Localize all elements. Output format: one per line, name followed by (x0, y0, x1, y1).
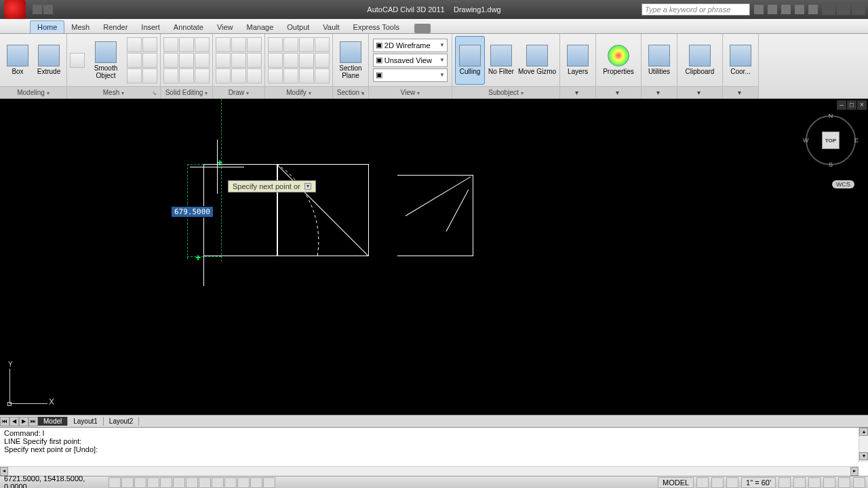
panel-title-subobject[interactable]: Subobject (452, 86, 559, 98)
cmd-hscrollbar[interactable]: ◂ ▸ (0, 466, 859, 476)
grid-toggle[interactable] (121, 477, 134, 488)
viewcube[interactable]: TOP N S E W (806, 115, 856, 165)
mesh-btn[interactable] (127, 37, 142, 52)
array-button[interactable] (299, 68, 314, 83)
qat-save-icon[interactable] (33, 5, 42, 14)
move-gizmo-button[interactable]: Move Gizmo (517, 36, 557, 85)
layout-next-icon[interactable]: ▶ (19, 417, 28, 426)
solid-btn[interactable] (163, 53, 178, 68)
solid-btn[interactable] (163, 68, 178, 83)
layout-last-icon[interactable]: ⏭ (28, 417, 38, 426)
panel-title-view[interactable]: View (369, 86, 452, 98)
quickview-drawings[interactable] (711, 477, 724, 488)
compass-n[interactable]: N (829, 113, 833, 119)
vp-minimize-icon[interactable]: – (837, 100, 846, 110)
modify-btn[interactable] (315, 53, 330, 68)
annotation-scale[interactable]: 1" = 60' (741, 477, 776, 488)
command-window[interactable]: Command: l LINE Specify first point: Spe… (0, 427, 868, 476)
dyn-toggle[interactable] (212, 477, 224, 488)
tooltip-options-icon[interactable]: ▾ (304, 183, 311, 190)
stretch-button[interactable] (268, 68, 283, 83)
line-button[interactable] (216, 37, 231, 52)
mesh-btn[interactable] (142, 68, 157, 83)
mesh-btn[interactable] (127, 68, 142, 83)
layout-prev-icon[interactable]: ◀ (9, 417, 19, 426)
solid-btn[interactable] (195, 53, 210, 68)
visual-style-dropdown[interactable]: ▣ 2D Wireframe ▼ (373, 39, 448, 52)
layout-tab-layout1[interactable]: Layout1 (68, 417, 104, 426)
close-button[interactable] (852, 4, 865, 15)
tab-annotate[interactable]: Annotate (167, 21, 210, 33)
cursor-coordinates[interactable]: 6721.5000, 15418.5000, 0.0000 (0, 474, 108, 489)
tab-render[interactable]: Render (96, 21, 134, 33)
panel-drop-layers[interactable]: ▾ (560, 86, 595, 98)
mesh-tool-1[interactable] (70, 53, 85, 68)
culling-button[interactable]: Culling (455, 36, 485, 85)
clipboard-button[interactable]: Clipboard (680, 36, 719, 85)
panel-drop-clip[interactable]: ▾ (677, 86, 722, 98)
draw-btn[interactable] (247, 53, 262, 68)
lwt-toggle[interactable] (224, 477, 237, 488)
tab-vault[interactable]: Vault (316, 21, 346, 33)
clean-screen-icon[interactable] (853, 477, 865, 488)
favorite-icon[interactable] (795, 5, 804, 14)
panel-title-modify[interactable]: Modify (265, 86, 332, 98)
layout-first-icon[interactable]: ⏮ (0, 417, 9, 426)
annoscale-lock-icon[interactable] (726, 477, 738, 488)
no-filter-button[interactable]: No Filter (486, 36, 516, 85)
solid-btn[interactable] (163, 37, 178, 52)
move-button[interactable] (268, 37, 283, 52)
wcs-badge[interactable]: WCS (832, 180, 854, 188)
exchange-icon[interactable] (781, 5, 791, 14)
panel-title-modeling[interactable]: Modeling (0, 86, 66, 98)
dynamic-distance-input[interactable]: 679.5000 (171, 206, 214, 218)
scale-button[interactable] (283, 68, 298, 83)
tab-insert[interactable]: Insert (134, 21, 167, 33)
tab-mesh[interactable]: Mesh (64, 21, 96, 33)
scroll-track[interactable] (8, 467, 850, 476)
solid-btn[interactable] (195, 37, 210, 52)
modify-btn[interactable] (315, 37, 330, 52)
isolate-objects-icon[interactable] (838, 477, 850, 488)
toolbar-lock-icon[interactable] (808, 477, 821, 488)
mesh-btn[interactable] (142, 53, 157, 68)
search-icon[interactable] (754, 5, 764, 14)
box-button[interactable]: Box (3, 36, 33, 85)
compass-e[interactable]: E (854, 137, 859, 144)
fillet-button[interactable] (299, 53, 314, 68)
solid-btn[interactable] (179, 37, 194, 52)
mesh-btn[interactable] (142, 37, 157, 52)
layers-button[interactable]: Layers (563, 36, 593, 85)
hardware-accel-icon[interactable] (823, 477, 835, 488)
draw-btn[interactable] (247, 68, 262, 83)
mirror-button[interactable] (283, 53, 298, 68)
tab-output[interactable]: Output (280, 21, 316, 33)
tab-home[interactable]: Home (30, 20, 64, 33)
tab-manage[interactable]: Manage (240, 21, 281, 33)
panel-drop-util[interactable]: ▾ (642, 86, 677, 98)
maximize-button[interactable] (837, 4, 850, 15)
mesh-btn[interactable] (127, 53, 142, 68)
tab-view[interactable]: View (210, 21, 240, 33)
utilities-button[interactable]: Utilities (644, 36, 674, 85)
scroll-down-icon[interactable]: ▾ (859, 452, 868, 460)
circle-button[interactable] (216, 53, 231, 68)
help-icon[interactable] (808, 5, 818, 14)
section-plane-button[interactable]: Section Plane (336, 36, 366, 85)
panel-title-solid[interactable]: Solid Editing (161, 86, 212, 98)
panel-drop-coor[interactable]: ▾ (723, 86, 758, 98)
trim-button[interactable] (299, 37, 314, 52)
coordinates-button[interactable]: Coor... (726, 36, 755, 85)
view-manager-dropdown[interactable]: ▣ ▼ (373, 68, 448, 82)
scroll-up-icon[interactable]: ▴ (859, 428, 868, 436)
minimize-button[interactable] (822, 4, 835, 15)
smooth-object-button[interactable]: Smooth Object (86, 36, 125, 85)
compass-s[interactable]: S (829, 161, 833, 168)
layout-tab-model[interactable]: Model (38, 417, 68, 426)
infocenter-search[interactable]: Type a keyword or phrase (642, 3, 750, 16)
draw-btn[interactable] (216, 68, 231, 83)
vp-close-icon[interactable]: × (857, 100, 867, 110)
quickview-layouts[interactable] (696, 477, 709, 488)
extrude-button[interactable]: Extrude (34, 36, 64, 85)
panel-title-mesh[interactable]: Mesh (67, 86, 160, 98)
